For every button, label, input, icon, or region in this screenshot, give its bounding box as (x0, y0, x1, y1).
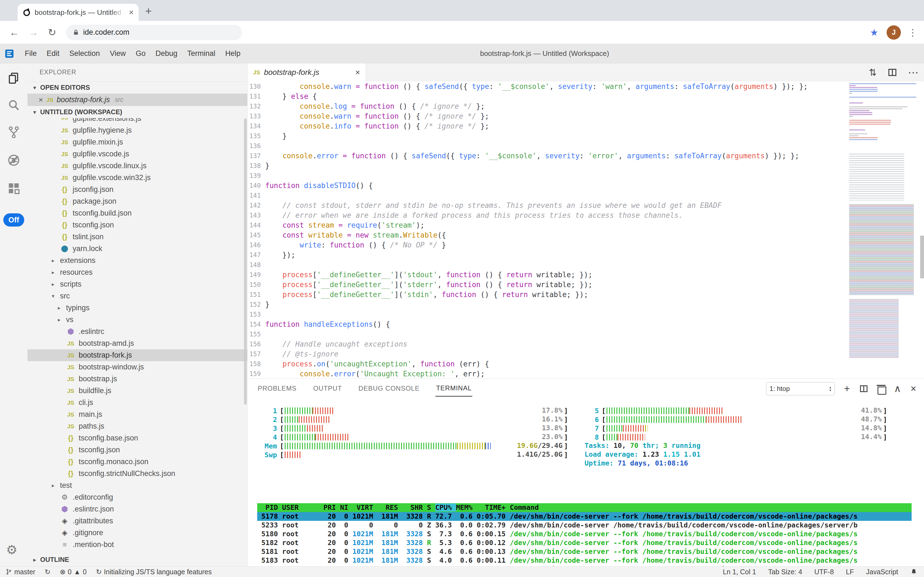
outline-header[interactable]: ▸ OUTLINE (27, 554, 247, 566)
workspace-header[interactable]: ▾ UNTITLED (WORKSPACE) (27, 106, 247, 118)
status-javascript[interactable]: JavaScript (866, 568, 898, 576)
tree-item-resources[interactable]: ▸resources (27, 266, 247, 278)
telemetry-off-badge[interactable]: Off (3, 213, 24, 227)
close-icon[interactable]: × (39, 95, 43, 104)
code-line-147[interactable]: 147 }); (247, 250, 846, 260)
menu-terminal[interactable]: Terminal (182, 49, 220, 58)
new-terminal-icon[interactable]: + (844, 384, 850, 394)
menu-file[interactable]: File (20, 49, 42, 58)
tree-item-scripts[interactable]: ▸scripts (27, 278, 247, 290)
code-line-131[interactable]: 131 } else { (247, 91, 846, 101)
tree-item-gulpfile.hygiene.js[interactable]: JSgulpfile.hygiene.js (27, 124, 247, 136)
tree-item-tsconfig.json[interactable]: {}tsconfig.json (27, 444, 247, 456)
open-editors-header[interactable]: ▾ OPEN EDITORS (27, 82, 247, 93)
code-line-154[interactable]: 154function handleExceptions() { (247, 319, 846, 329)
sidebar-scrollbar[interactable] (244, 118, 247, 405)
problems-indicator[interactable]: ⊗ 0 ▲ 0 (60, 568, 87, 576)
split-editor-icon[interactable] (888, 68, 897, 77)
tree-item-main.js[interactable]: JSmain.js (27, 409, 247, 421)
scrollbar-thumb[interactable] (920, 235, 924, 278)
tree-item-.eslintrc[interactable]: .eslintrc (27, 326, 247, 337)
editor-tab-close-icon[interactable]: × (355, 68, 360, 77)
tree-item-yarn.lock[interactable]: yarn.lock (27, 243, 247, 255)
code-line-130[interactable]: 130 console.warn = function () { safeSen… (247, 82, 846, 91)
browser-menu-icon[interactable]: ⋮ (908, 27, 918, 38)
code-line-136[interactable]: 136 (247, 141, 846, 151)
terminal[interactable]: 1[17.8%]2[16.1%]3[13.8%]4[23.0%]Mem[19.6… (257, 406, 912, 566)
back-icon[interactable]: ← (10, 27, 19, 38)
minimap[interactable] (847, 82, 920, 379)
tree-item-.editorconfig[interactable]: ⚙.editorconfig (27, 492, 247, 503)
tree-item-.eslintrc.json[interactable]: .eslintrc.json (27, 503, 247, 515)
code-line-149[interactable]: 149 process['__defineGetter__']('stdout'… (247, 270, 846, 280)
tree-item-tsconfig.build.json[interactable]: {}tsconfig.build.json (27, 207, 247, 219)
menu-help[interactable]: Help (220, 49, 246, 58)
tree-item-gulpfile.vscode.linux.js[interactable]: JSgulpfile.vscode.linux.js (27, 160, 247, 172)
sync-editors-icon[interactable]: ⇅ (869, 67, 877, 78)
tree-item-buildfile.js[interactable]: JSbuildfile.js (27, 385, 247, 397)
tree-item-src[interactable]: ▾src (27, 290, 247, 302)
tree-item-paths.js[interactable]: JSpaths.js (27, 421, 247, 432)
panel-tab-problems[interactable]: PROBLEMS (257, 381, 297, 396)
reload-icon[interactable]: ↻ (48, 27, 56, 38)
tree-item-cli.js[interactable]: JScli.js (27, 397, 247, 409)
code-line-140[interactable]: 140function disableSTDIO() { (247, 181, 846, 190)
code-line-139[interactable]: 139 (247, 171, 846, 181)
tree-item-bootstrap-amd.js[interactable]: JSbootstrap-amd.js (27, 337, 247, 349)
code-line-146[interactable]: 146 write: function () { /* No OP */ } (247, 240, 846, 250)
tree-item-.mention-bot[interactable]: ≡.mention-bot (27, 539, 247, 551)
debug-disabled-icon[interactable] (7, 154, 20, 167)
panel-tab-terminal[interactable]: TERMINAL (435, 380, 472, 397)
bell-icon[interactable] (910, 568, 918, 575)
code-line-137[interactable]: 137 console.error = function () { safeSe… (247, 151, 846, 161)
code-line-142[interactable]: 142 // const stdout, stderr and stdin be… (247, 200, 846, 210)
code-line-152[interactable]: 152} (247, 300, 846, 309)
status-utf-8[interactable]: UTF-8 (814, 568, 834, 576)
tab-close-icon[interactable]: × (129, 8, 134, 16)
menu-view[interactable]: View (105, 49, 131, 58)
code-line-151[interactable]: 151 process['__defineGetter__']('stdin',… (247, 290, 846, 300)
tree-item-extensions[interactable]: ▸extensions (27, 255, 247, 266)
code-line-134[interactable]: 134 console.info = function () { /* igno… (247, 121, 846, 131)
tree-item-.gitignore[interactable]: ◈.gitignore (27, 527, 247, 539)
menu-go[interactable]: Go (131, 49, 151, 58)
kill-terminal-icon[interactable] (877, 384, 885, 393)
split-terminal-icon[interactable] (859, 384, 868, 393)
panel-tab-output[interactable]: OUTPUT (312, 381, 342, 396)
tree-item-tsconfig.json[interactable]: {}tsconfig.json (27, 219, 247, 231)
tree-item-test[interactable]: ▸test (27, 480, 247, 492)
tree-item-tsconfig.base.json[interactable]: {}tsconfig.base.json (27, 432, 247, 444)
status-ln-1-col-1[interactable]: Ln 1, Col 1 (723, 568, 756, 576)
maximize-panel-icon[interactable]: ∧ (894, 384, 901, 394)
code-line-153[interactable]: 153 (247, 309, 846, 319)
close-panel-icon[interactable]: × (911, 384, 916, 394)
code-line-145[interactable]: 145 const writable = new stream.Writable… (247, 230, 846, 240)
more-actions-icon[interactable]: ⋯ (908, 66, 919, 79)
code-line-148[interactable]: 148 (247, 260, 846, 270)
forward-icon[interactable]: → (29, 27, 39, 38)
tree-item-jsconfig.json[interactable]: {}jsconfig.json (27, 184, 247, 195)
browser-tab[interactable]: bootstrap-fork.js — Untitled (W × (18, 4, 139, 21)
code-line-158[interactable]: 158 process.on('uncaughtException', func… (247, 359, 846, 369)
panel-tab-debug-console[interactable]: DEBUG CONSOLE (358, 381, 420, 396)
explorer-icon[interactable] (7, 72, 20, 85)
status-tab-size-4[interactable]: Tab Size: 4 (768, 568, 802, 576)
menu-selection[interactable]: Selection (64, 49, 105, 58)
tree-item-gulpfile.vscode.js[interactable]: JSgulpfile.vscode.js (27, 148, 247, 160)
tree-item-vs[interactable]: ▸vs (27, 314, 247, 326)
url-bar[interactable]: ide.coder.com (66, 25, 242, 40)
terminal-select[interactable]: 1: htop ▴▾ (766, 382, 835, 395)
code-line-157[interactable]: 157 // @ts-ignore (247, 349, 846, 359)
code-line-156[interactable]: 156 // Handle uncaught exceptions (247, 339, 846, 349)
tree-item-.gitattributes[interactable]: ◈.gitattributes (27, 515, 247, 527)
sync-icon[interactable]: ↻ (45, 568, 50, 576)
code-line-133[interactable]: 133 console.warn = function () { /* igno… (247, 111, 846, 121)
tree-item-gulpfile.mixin.js[interactable]: JSgulpfile.mixin.js (27, 136, 247, 148)
editor-scrollbar[interactable] (920, 82, 924, 379)
open-editor-item[interactable]: × JS bootstrap-fork.js src (27, 93, 247, 106)
bookmark-star-icon[interactable]: ★ (870, 27, 878, 38)
tree-item-tsconfig.strictNullChecks.json[interactable]: {}tsconfig.strictNullChecks.json (27, 468, 247, 480)
new-tab-button[interactable]: + (145, 5, 151, 17)
code-line-159[interactable]: 159 console.error('Uncaught Exception: '… (247, 369, 846, 379)
git-branch-indicator[interactable]: master (5, 568, 35, 576)
